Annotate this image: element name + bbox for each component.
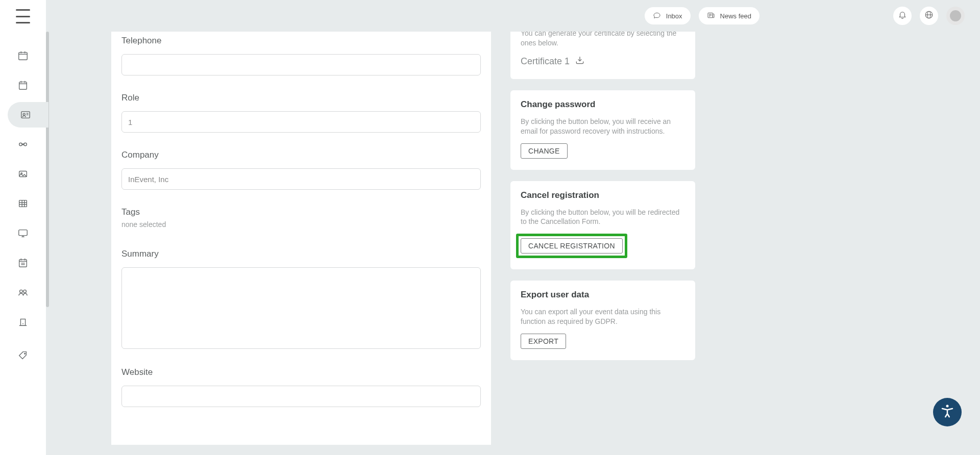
svg-rect-0	[19, 53, 28, 60]
nav-building-icon[interactable]	[10, 309, 36, 335]
newspaper-icon	[707, 11, 715, 21]
field-role: Role	[121, 93, 481, 133]
field-summary: Summary	[121, 249, 481, 351]
accessibility-icon	[940, 403, 955, 421]
nav-profile-icon[interactable]	[8, 102, 48, 128]
nav-monitor-icon[interactable]	[10, 220, 36, 246]
nav-gallery-icon[interactable]	[10, 161, 36, 187]
nav-schedule-icon[interactable]	[10, 43, 36, 68]
field-website: Website	[121, 367, 481, 407]
certificate-1-row[interactable]: Certificate 1	[521, 55, 685, 68]
role-label: Role	[121, 93, 481, 103]
scrollbar-indicator[interactable]	[46, 32, 49, 307]
change-password-card: Change password By clicking the button b…	[510, 90, 695, 170]
certificate-1-label: Certificate 1	[521, 56, 570, 67]
cancel-registration-highlight: CANCEL REGISTRATION	[516, 234, 627, 258]
notifications-button[interactable]	[893, 7, 912, 25]
company-label: Company	[121, 150, 481, 160]
field-company: Company	[121, 150, 481, 190]
svg-rect-24	[19, 230, 28, 236]
globe-icon	[924, 10, 934, 21]
download-icon	[575, 55, 585, 68]
svg-point-15	[19, 143, 22, 146]
field-tags: Tags none selected	[121, 207, 481, 229]
svg-point-51	[946, 405, 949, 408]
cancel-registration-button[interactable]: CANCEL REGISTRATION	[521, 238, 623, 254]
cancel-registration-desc: By clicking the button below, you will b…	[521, 208, 685, 227]
svg-rect-7	[19, 82, 27, 90]
export-data-desc: You can export all your event data using…	[521, 307, 685, 326]
svg-point-42	[24, 353, 26, 354]
cancel-registration-title: Cancel registration	[521, 190, 685, 200]
export-data-button[interactable]: EXPORT	[521, 334, 566, 349]
nav-tag-icon[interactable]	[10, 343, 36, 368]
telephone-label: Telephone	[121, 36, 481, 46]
svg-point-34	[23, 290, 26, 293]
svg-rect-44	[713, 14, 714, 17]
change-password-desc: By clicking the button below, you will r…	[521, 117, 685, 136]
hamburger-menu-icon[interactable]	[16, 9, 30, 23]
inbox-label: Inbox	[666, 12, 682, 20]
change-password-button[interactable]: CHANGE	[521, 143, 568, 159]
tags-none-text: none selected	[121, 220, 481, 229]
nav-table-icon[interactable]	[10, 191, 36, 216]
newsfeed-button[interactable]: News feed	[699, 7, 760, 24]
inbox-button[interactable]: Inbox	[645, 7, 691, 24]
newsfeed-label: News feed	[720, 12, 751, 20]
company-input[interactable]	[121, 168, 481, 190]
nav-people-icon[interactable]	[10, 280, 36, 305]
website-label: Website	[121, 367, 481, 377]
top-bar: Inbox News feed	[46, 0, 980, 32]
bell-icon	[898, 10, 907, 21]
website-input[interactable]	[121, 386, 481, 407]
export-data-card: Export user data You can export all your…	[510, 281, 695, 360]
language-button[interactable]	[920, 7, 938, 25]
field-telephone: Telephone	[121, 36, 481, 75]
telephone-input[interactable]	[121, 54, 481, 75]
user-avatar[interactable]	[946, 7, 965, 25]
main-content: Telephone Role Company Tags none selecte…	[46, 32, 980, 455]
certificate-card: You can generate your certificate by sel…	[510, 32, 695, 79]
summary-textarea[interactable]	[121, 267, 481, 349]
svg-point-33	[20, 290, 23, 293]
role-input[interactable]	[121, 111, 481, 133]
svg-rect-19	[19, 200, 27, 207]
right-column: You can generate your certificate by sel…	[510, 32, 695, 445]
certificate-desc: You can generate your certificate by sel…	[521, 32, 685, 48]
cancel-registration-card: Cancel registration By clicking the butt…	[510, 181, 695, 270]
summary-label: Summary	[121, 249, 481, 259]
change-password-title: Change password	[521, 99, 685, 110]
export-data-title: Export user data	[521, 290, 685, 300]
accessibility-fab[interactable]	[933, 398, 962, 426]
svg-rect-35	[20, 319, 25, 326]
nav-agenda-icon[interactable]	[10, 250, 36, 275]
left-sidebar	[0, 0, 46, 455]
profile-form-card: Telephone Role Company Tags none selecte…	[111, 32, 491, 445]
nav-calendar-icon[interactable]	[10, 72, 36, 98]
svg-point-16	[24, 143, 27, 146]
tags-label: Tags	[121, 207, 481, 217]
nav-networking-icon[interactable]	[10, 132, 36, 157]
svg-point-12	[23, 113, 25, 115]
avatar-icon	[950, 10, 961, 21]
chat-icon	[653, 11, 661, 21]
